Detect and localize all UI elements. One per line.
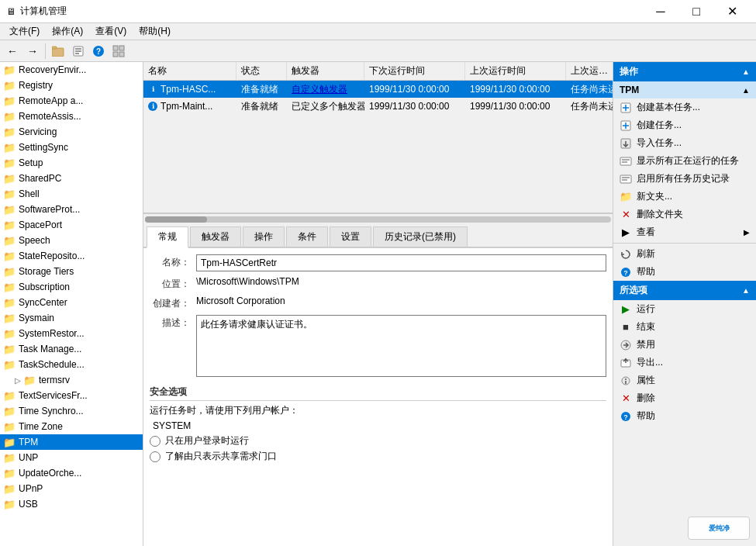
action-new-folder[interactable]: 📁 新文夹... [613, 188, 756, 206]
sidebar-item-registry[interactable]: 📁 Registry [0, 78, 143, 93]
menu-view[interactable]: 查看(V) [89, 23, 133, 40]
sidebar-item-servicing[interactable]: 📁 Servicing [0, 124, 143, 140]
tpm-collapse-icon[interactable]: ▲ [742, 86, 750, 95]
col-next-run[interactable]: 下次运行时间 [364, 62, 465, 80]
sidebar-item-speech[interactable]: 📁 Speech [0, 233, 143, 248]
sidebar-item-softwareprot[interactable]: 📁 SoftwareProt... [0, 202, 143, 217]
toolbar: ← → ? [0, 40, 756, 62]
menu-action[interactable]: 操作(A) [46, 23, 89, 40]
sidebar-item-recoveryenvir[interactable]: 📁 RecoveryEnvir... [0, 62, 143, 78]
sidebar-item-updateorchestrator[interactable]: 📁 UpdateOrche... [0, 465, 143, 481]
desc-textarea[interactable] [196, 315, 606, 377]
location-label: 位置： [150, 278, 196, 291]
create-basic-icon [620, 102, 632, 114]
action-delete[interactable]: ✕ 删除 [613, 389, 756, 407]
sidebar-item-taskscheduler[interactable]: 📁 TaskSchedule... [0, 357, 143, 372]
name-input[interactable] [196, 254, 606, 271]
sidebar-item-spaceport[interactable]: 📁 SpacePort [0, 217, 143, 233]
close-button[interactable]: ✕ [714, 0, 750, 23]
sidebar-item-tpm[interactable]: 📁 TPM [0, 434, 143, 450]
security-section-header: 安全选项 [150, 385, 606, 401]
sidebar-label: termsrv [39, 375, 70, 385]
sidebar-item-synccenter[interactable]: 📁 SyncCenter [0, 295, 143, 310]
action-enable-history[interactable]: 启用所有任务历史记录 [613, 170, 756, 188]
col-name[interactable]: 名称 [143, 62, 236, 80]
radio-login-label: 只在用户登录时运行 [165, 434, 249, 448]
tab-triggers[interactable]: 触发器 [190, 226, 241, 247]
action-view[interactable]: ▶ 查看 ▶ [613, 223, 756, 241]
sidebar-item-remoteassist[interactable]: 📁 RemoteAssis... [0, 109, 143, 124]
task-row[interactable]: Tpm-HASC... 准备就绪 自定义触发器 1999/11/30 0:00:… [143, 81, 613, 98]
task-list-scrollbar[interactable] [143, 213, 613, 224]
task-row[interactable]: Tpm-Maint... 准备就绪 已定义多个触发器 1999/11/30 0:… [143, 98, 613, 115]
security-user-value: SYSTEM [153, 420, 606, 431]
collapse-icon[interactable]: ▲ [742, 67, 750, 76]
sidebar-item-sharedpc[interactable]: 📁 SharedPC [0, 171, 143, 186]
action-help-selected[interactable]: ? 帮助 [613, 407, 756, 425]
new-folder-icon: 📁 [620, 191, 632, 203]
tab-settings[interactable]: 设置 [330, 226, 371, 247]
folder-icon: 📁 [3, 141, 16, 154]
sidebar-item-textservices[interactable]: 📁 TextServicesFr... [0, 388, 143, 403]
action-delete-folder[interactable]: ✕ 删除文件夹 [613, 206, 756, 223]
col-status[interactable]: 状态 [236, 62, 287, 80]
sidebar-item-timesync[interactable]: 📁 Time Synchro... [0, 403, 143, 419]
sidebar-item-subscription[interactable]: 📁 Subscription [0, 279, 143, 295]
action-disable[interactable]: 禁用 [613, 336, 756, 354]
sidebar-item-storagetiers[interactable]: 📁 Storage Tiers [0, 264, 143, 279]
sidebar-item-shell[interactable]: 📁 Shell [0, 186, 143, 202]
menu-help[interactable]: 帮助(H) [133, 23, 177, 40]
name-value [196, 254, 606, 271]
tab-actions[interactable]: 操作 [243, 226, 285, 247]
folder-icon: 📁 [3, 157, 16, 169]
col-trigger[interactable]: 触发器 [287, 62, 364, 80]
tab-history[interactable]: 历史记录(已禁用) [373, 226, 468, 247]
sidebar-item-systemrestore[interactable]: 📁 SystemRestor... [0, 326, 143, 341]
maximize-button[interactable]: □ [678, 0, 714, 23]
action-create-task[interactable]: 创建任务... [613, 116, 756, 134]
folder-icon: 📁 [3, 110, 16, 123]
col-last-run[interactable]: 上次运行时间 [465, 62, 566, 80]
action-help-general[interactable]: ? 帮助 [613, 263, 756, 281]
sidebar-item-remoteapp[interactable]: 📁 RemoteApp a... [0, 93, 143, 109]
scrollbar-thumb[interactable] [145, 216, 207, 223]
sidebar-item-upnp[interactable]: 📁 UPnP [0, 481, 143, 496]
title-bar-title: 计算机管理 [20, 5, 67, 18]
tab-conditions[interactable]: 条件 [286, 226, 328, 247]
menu-file[interactable]: 文件(F) [3, 23, 46, 40]
sidebar-item-sysmain[interactable]: 📁 Sysmain [0, 310, 143, 326]
action-end[interactable]: ■ 结束 [613, 318, 756, 336]
col-last-result[interactable]: 上次运行结果 [566, 62, 613, 80]
sidebar-item-termsrv[interactable]: ▷ 📁 termsrv [0, 372, 143, 388]
sidebar-item-usb[interactable]: 📁 USB [0, 496, 143, 512]
minimize-button[interactable]: ─ [643, 0, 678, 23]
task-trigger: 自定义触发器 [287, 81, 364, 98]
end-label: 结束 [637, 320, 655, 333]
show-button[interactable] [109, 42, 128, 60]
action-show-running[interactable]: 显示所有正在运行的任务 [613, 152, 756, 170]
help-button[interactable]: ? [89, 42, 108, 60]
sidebar-item-taskmanager[interactable]: 📁 Task Manage... [0, 341, 143, 357]
sidebar-item-unp[interactable]: 📁 UNP [0, 450, 143, 465]
sidebar-item-staterepository[interactable]: 📁 StateReposito... [0, 248, 143, 264]
selected-collapse-icon[interactable]: ▲ [742, 286, 750, 295]
action-properties[interactable]: 属性 [613, 371, 756, 389]
sidebar-item-settingsync[interactable]: 📁 SettingSync [0, 140, 143, 155]
action-run[interactable]: ▶ 运行 [613, 300, 756, 318]
back-button[interactable]: ← [3, 42, 22, 60]
forward-button[interactable]: → [23, 42, 42, 60]
action-create-basic[interactable]: 创建基本任务... [613, 98, 756, 116]
tab-general[interactable]: 常规 [147, 226, 188, 248]
action-import[interactable]: 导入任务... [613, 134, 756, 152]
action-refresh[interactable]: 刷新 [613, 245, 756, 263]
radio-login[interactable] [150, 436, 161, 447]
status-icon [148, 102, 157, 111]
folder-button[interactable] [49, 42, 67, 60]
author-row: 创建者： Microsoft Corporation [150, 295, 606, 310]
action-export[interactable]: 导出... [613, 354, 756, 371]
properties-button[interactable] [69, 42, 88, 60]
radio-nologin[interactable] [150, 451, 161, 462]
svg-rect-20 [620, 157, 631, 165]
sidebar-item-timezone[interactable]: 📁 Time Zone [0, 419, 143, 434]
sidebar-item-setup[interactable]: 📁 Setup [0, 155, 143, 171]
